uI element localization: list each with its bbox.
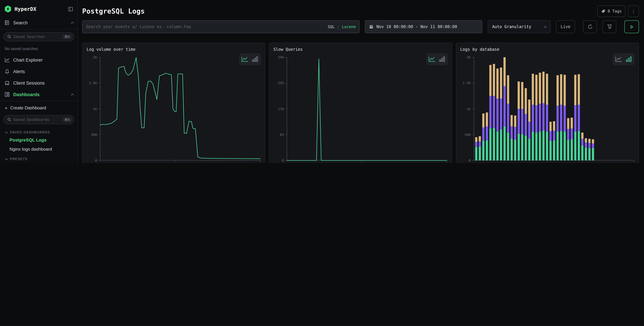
language-lucene-option[interactable]: Lucene: [342, 24, 356, 29]
sidebar-item-label: Alerts: [13, 69, 74, 74]
chart-plot[interactable]: [287, 57, 447, 160]
y-tick-mark: [472, 135, 474, 135]
tags-button-label: 0 Tags: [608, 9, 622, 14]
saved-dashboards-section-header[interactable]: SAVED DASHBOARDS: [0, 127, 78, 135]
event-search-input[interactable]: [86, 24, 325, 29]
kebab-icon: ⋮: [631, 9, 636, 14]
dashboard-grid: Log volume over time 2K1.5K1K5000 Nov 10…: [82, 43, 639, 163]
chevron-up-icon: [71, 94, 74, 97]
bar-view-icon[interactable]: [252, 56, 259, 62]
x-tick-label: 11:00:00 AM: [163, 163, 186, 163]
saved-searches-input[interactable]: [14, 35, 61, 39]
y-tick-mark: [286, 57, 287, 57]
sidebar-item-label: Dashboards: [13, 92, 68, 97]
filter-button[interactable]: [602, 20, 616, 33]
chevron-up-icon: [71, 22, 74, 25]
x-axis-labels: Nov 10 12:00:00 AM 11:00:00 AM 11:30:00 …: [287, 163, 447, 163]
chart-view-toggle: [613, 53, 634, 65]
chevron-down-icon: [5, 131, 8, 133]
y-tick-label: 0: [468, 159, 471, 162]
query-language-toggle: SQL | Lucene: [328, 24, 356, 29]
x-tick-label: 11:30:00 PM: [238, 163, 261, 163]
sidebar-collapse-icon[interactable]: [68, 6, 74, 12]
x-axis-labels: Nov 10 12:00:00 AM 11:00:00 AM 11:30:00 …: [474, 163, 634, 163]
x-tick-label: 11:00:00 AM: [537, 163, 559, 163]
saved-dashboard-postgresql-logs[interactable]: PostgreSQL Logs: [0, 135, 78, 145]
sidebar-item-label: Client Sessions: [13, 80, 74, 86]
refresh-button[interactable]: [583, 20, 597, 33]
search-logs-icon: [4, 20, 10, 25]
tags-button[interactable]: 0 Tags: [598, 6, 626, 17]
sidebar: HyperDX Search ⌘K No saved searches Char…: [0, 0, 78, 163]
chart-card-logs-by-database: Logs by database 2K1.5K1K5000 Nov 10 12:…: [456, 43, 639, 163]
main-content: PostgreSQL Logs 0 Tags ⋮ SQL | Lucene: [78, 0, 644, 163]
live-button[interactable]: Live: [556, 20, 575, 33]
x-tick-label: Nov 10 12:00:00 AM: [86, 163, 122, 163]
laptop-icon: [4, 80, 10, 86]
sidebar-item-client-sessions[interactable]: Client Sessions: [0, 77, 78, 89]
live-button-label: Live: [560, 24, 570, 29]
dashboard-menu-button[interactable]: ⋮: [628, 6, 639, 17]
y-tick-label: 1.5K: [462, 81, 471, 85]
saved-dashboard-nginx-logs-dashboard[interactable]: Nginx logs dashboard: [0, 145, 78, 154]
run-query-button[interactable]: [624, 20, 639, 33]
calendar-icon: [369, 24, 374, 29]
line-view-icon[interactable]: [428, 56, 436, 62]
x-tick-label: Nov 10 12:00:00 AM: [273, 163, 310, 163]
sidebar-item-search[interactable]: Search: [0, 17, 78, 29]
language-separator: |: [337, 24, 340, 29]
presets-section-header[interactable]: PRESETS: [0, 154, 78, 162]
chart-title: Slow Queries: [274, 47, 303, 52]
chart-plot[interactable]: [474, 57, 634, 160]
y-axis: 2K1.5K1K5000: [82, 57, 100, 160]
saved-dashboards-search[interactable]: ⌘K: [4, 115, 74, 124]
x-tick-mark: [447, 160, 447, 162]
sidebar-nav: Chart ExplorerAlertsClient SessionsDashb…: [0, 54, 78, 100]
preset-clickhouse[interactable]: ClickHouse: [0, 162, 78, 163]
chart-card-slow-queries: Slow Queries 340255170850 Nov 10 12:00:0…: [269, 43, 452, 163]
granularity-select[interactable]: Auto Granularity: [488, 20, 551, 33]
saved-searches-search[interactable]: ⌘K: [4, 32, 74, 41]
chart-view-toggle: [426, 53, 448, 65]
time-range-picker[interactable]: Nov 10 00:00:00 - Nov 11 00:00:00: [365, 20, 482, 33]
play-icon: [629, 24, 634, 29]
bar-view-icon[interactable]: [625, 56, 632, 62]
shortcut-badge: ⌘K: [63, 34, 72, 39]
brand-row: HyperDX: [0, 0, 78, 17]
hyperdx-logo-icon: [4, 5, 12, 13]
sidebar-item-dashboards[interactable]: Dashboards: [0, 89, 78, 100]
tag-icon: [601, 9, 606, 13]
y-tick-mark: [286, 135, 287, 135]
x-axis-labels: Nov 10 12:00:00 AM 11:00:00 AM 11:30:00 …: [100, 163, 260, 163]
filter-edit-icon: [606, 24, 612, 30]
y-axis: 340255170850: [270, 57, 287, 160]
y-tick-mark: [99, 135, 100, 135]
event-search-box[interactable]: SQL | Lucene: [82, 20, 360, 33]
language-sql-option[interactable]: SQL: [328, 24, 335, 29]
bell-icon: [4, 69, 10, 74]
toolbar: SQL | Lucene Nov 10 00:00:00 - Nov 11 00…: [82, 20, 639, 33]
x-tick-label: Nov 10 12:00:00 AM: [460, 163, 496, 163]
x-tick-label: 11:00:00 AM: [350, 163, 372, 163]
chart-plot[interactable]: [100, 57, 260, 160]
y-tick-mark: [472, 109, 474, 109]
sidebar-item-chart-explorer[interactable]: Chart Explorer: [0, 54, 78, 66]
shortcut-badge: ⌘K: [63, 117, 72, 122]
line-view-icon[interactable]: [241, 56, 249, 62]
y-axis: 2K1.5K1K5000: [456, 57, 474, 160]
y-tick-label: 255: [278, 81, 284, 85]
saved-dashboards-list: PostgreSQL LogsNginx logs dashboard: [0, 135, 78, 154]
y-tick-label: 85: [280, 133, 284, 137]
line-view-icon[interactable]: [615, 56, 622, 62]
sidebar-item-alerts[interactable]: Alerts: [0, 66, 78, 77]
section-label: SAVED DASHBOARDS: [10, 130, 50, 134]
magnifier-icon: [7, 35, 12, 39]
x-tick-mark: [361, 160, 362, 162]
y-tick-mark: [286, 83, 287, 83]
y-tick-mark: [472, 83, 474, 83]
bar-view-icon[interactable]: [438, 56, 446, 62]
y-tick-label: 1K: [93, 107, 97, 111]
create-dashboard-button[interactable]: + Create Dashboard: [0, 102, 78, 112]
saved-dashboards-input[interactable]: [14, 118, 61, 122]
app-window: HyperDX Search ⌘K No saved searches Char…: [0, 0, 644, 163]
